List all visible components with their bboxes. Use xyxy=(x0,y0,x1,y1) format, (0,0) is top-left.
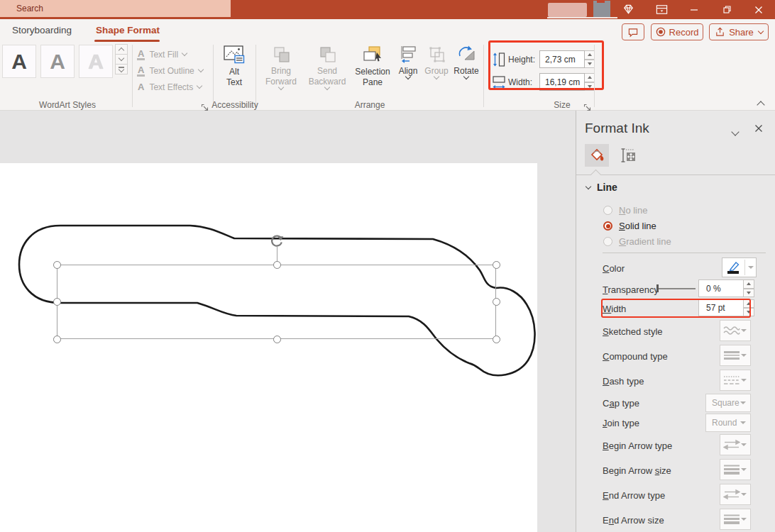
align-button[interactable]: Align xyxy=(395,45,422,79)
pane-close-icon[interactable] xyxy=(754,123,763,135)
resize-handle-middle-left[interactable] xyxy=(53,298,61,306)
gradient-line-radio xyxy=(603,237,612,246)
text-effects-button[interactable]: A Text Effects xyxy=(137,79,209,94)
gem-upgrade-icon[interactable] xyxy=(617,2,639,17)
resize-handle-top-left[interactable] xyxy=(53,261,61,269)
tab-fill-and-line[interactable] xyxy=(585,144,609,167)
record-label: Record xyxy=(669,27,699,38)
solid-line-radio-row[interactable]: Solid line xyxy=(603,221,656,231)
width-spinner[interactable] xyxy=(585,73,595,91)
wordart-style-3[interactable]: A xyxy=(79,45,113,78)
join-type-dropdown[interactable]: Round xyxy=(705,414,751,432)
group-separator xyxy=(132,45,133,107)
resize-handle-top-middle[interactable] xyxy=(273,261,281,269)
gallery-scroll-up-button[interactable] xyxy=(115,44,128,55)
transparency-slider-handle[interactable] xyxy=(656,284,659,292)
format-ink-pane: Format Ink Line No line Solid line xyxy=(576,111,775,532)
ink-width-label: Width xyxy=(603,304,626,314)
alt-text-button[interactable]: Alt Text xyxy=(217,45,251,88)
end-arrow-type-dropdown[interactable] xyxy=(720,484,751,505)
rotate-button[interactable]: Rotate xyxy=(451,45,481,79)
ink-size-icon xyxy=(620,147,637,164)
tab-size-properties[interactable] xyxy=(616,144,640,167)
resize-handle-bottom-left[interactable] xyxy=(53,336,61,343)
cap-type-dropdown[interactable]: Square xyxy=(705,394,751,412)
collapse-ribbon-chevron[interactable] xyxy=(758,98,764,111)
ink-width-spinner[interactable] xyxy=(744,299,754,316)
dropdown-arrow xyxy=(740,401,746,404)
transparency-spinner[interactable] xyxy=(744,279,754,297)
resize-handle-bottom-right[interactable] xyxy=(493,336,500,343)
send-backward-icon xyxy=(318,45,337,64)
text-outline-label: Text Outline xyxy=(149,66,194,76)
pane-options-chevron[interactable] xyxy=(732,125,738,138)
avatar[interactable] xyxy=(593,1,610,17)
group-separator xyxy=(255,45,256,107)
height-input[interactable]: 2,73 cm xyxy=(539,50,585,68)
width-label: Width: xyxy=(508,77,537,87)
record-button[interactable]: Record xyxy=(651,23,703,40)
cap-type-label: Cap type xyxy=(603,398,639,409)
ribbon-display-options-icon[interactable] xyxy=(651,2,672,17)
avatar[interactable] xyxy=(548,3,587,17)
transparency-slider-track[interactable] xyxy=(657,288,696,289)
ribbon: A A A A Text Fill A Text Outline A Text … xyxy=(0,43,775,111)
height-label: Height: xyxy=(508,55,537,65)
pane-divider xyxy=(576,174,775,175)
width-input[interactable]: 16,19 cm xyxy=(539,73,585,91)
group-separator xyxy=(594,45,595,107)
sketched-style-dropdown[interactable] xyxy=(720,320,751,341)
send-backward-button[interactable]: Send Backward xyxy=(305,45,349,89)
arrow-type-icon xyxy=(723,489,740,500)
search-input[interactable]: Search xyxy=(0,0,231,17)
slide-canvas[interactable] xyxy=(0,111,575,532)
ink-color-icon xyxy=(725,259,743,276)
group-button[interactable]: Group xyxy=(422,45,451,79)
line-section-chevron xyxy=(586,183,591,189)
wordart-style-2[interactable]: A xyxy=(40,45,75,78)
gallery-more-button[interactable] xyxy=(115,64,128,74)
share-button[interactable]: Share xyxy=(709,23,769,40)
resize-handle-middle-right[interactable] xyxy=(493,298,500,306)
resize-handle-top-right[interactable] xyxy=(493,261,500,269)
begin-arrow-size-dropdown[interactable] xyxy=(720,459,751,480)
wordart-style-1[interactable]: A xyxy=(2,45,36,78)
tab-storyboarding[interactable]: Storyboarding xyxy=(12,25,72,35)
comments-button[interactable] xyxy=(622,23,644,40)
ink-width-input[interactable]: 57 pt xyxy=(698,299,744,316)
transparency-label: Transparency xyxy=(603,284,659,295)
restore-button[interactable] xyxy=(716,2,737,17)
size-group-label: Size xyxy=(544,100,581,110)
gallery-scroll-down-button[interactable] xyxy=(115,54,128,65)
rotate-icon xyxy=(456,45,476,64)
compound-type-dropdown[interactable] xyxy=(720,345,751,366)
group-icon xyxy=(427,45,446,64)
presence-badge xyxy=(597,0,605,3)
selection-pane-button[interactable]: Selection Pane xyxy=(351,45,395,88)
color-label: Color xyxy=(603,263,625,274)
dropdown-arrow xyxy=(741,443,747,446)
gradient-line-radio-row[interactable]: Gradient line xyxy=(603,236,671,247)
solid-line-label: Solid line xyxy=(619,221,656,231)
size-dialog-launcher[interactable] xyxy=(583,101,592,110)
text-outline-button[interactable]: A Text Outline xyxy=(137,63,209,78)
wordart-dialog-launcher[interactable] xyxy=(201,101,209,110)
begin-arrow-type-dropdown[interactable] xyxy=(720,434,751,455)
dash-type-dropdown[interactable] xyxy=(720,370,751,391)
text-fill-button[interactable]: A Text Fill xyxy=(137,47,209,62)
end-arrow-size-label: End Arrow size xyxy=(603,515,664,526)
tab-shape-format[interactable]: Shape Format xyxy=(96,25,160,35)
bring-forward-button[interactable]: Bring Forward xyxy=(260,45,302,89)
line-color-button[interactable] xyxy=(722,257,757,277)
no-line-radio-row[interactable]: No line xyxy=(603,205,647,216)
height-spinner[interactable] xyxy=(585,50,595,68)
rotate-handle[interactable] xyxy=(269,233,285,248)
selection-pane-icon xyxy=(362,45,383,65)
close-button[interactable] xyxy=(748,2,769,17)
pane-title: Format Ink xyxy=(585,121,649,136)
minimize-button[interactable] xyxy=(683,2,705,17)
transparency-input[interactable]: 0 % xyxy=(698,279,744,297)
line-section-header[interactable]: Line xyxy=(586,182,617,193)
resize-handle-bottom-middle[interactable] xyxy=(273,336,281,343)
end-arrow-size-dropdown[interactable] xyxy=(720,509,751,530)
